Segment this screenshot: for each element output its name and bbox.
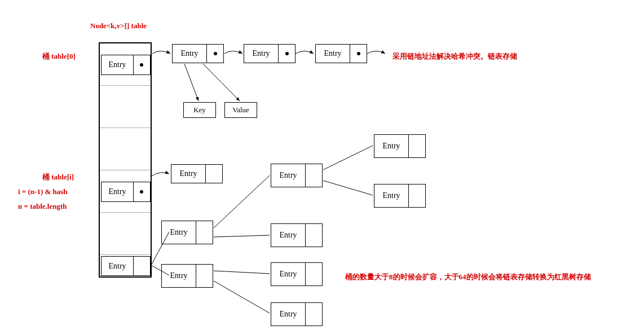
entry-label: Entry: [162, 221, 196, 244]
svg-line-5: [214, 235, 270, 237]
entry-pointer: [305, 263, 323, 285]
entry-pointer: [305, 303, 323, 326]
chain-annotation: 采用链地址法解决哈希冲突。链表存储: [392, 51, 517, 61]
table-slot-0: Entry: [100, 43, 151, 86]
entry-box: Entry: [271, 262, 323, 286]
table-slot-empty: [100, 213, 151, 255]
entry-box: Entry: [315, 44, 367, 63]
entry-box: Entry: [172, 44, 224, 63]
dot-icon: [140, 63, 143, 67]
tree-annotation: 桶的数量大于8的时候会扩容，大于64的时候会将链表存储转换为红黑树存储: [345, 272, 591, 282]
entry-box: Entry: [101, 55, 151, 75]
table-column: Entry Entry Entry: [99, 42, 152, 278]
entry-pointer: [196, 221, 213, 244]
title-label: Node<k,v>[] table: [90, 21, 147, 30]
entry-pointer: [205, 165, 223, 183]
table-slot-i: Entry: [100, 170, 151, 213]
entry-label: Entry: [374, 135, 408, 157]
svg-line-8: [323, 146, 373, 170]
entry-pointer: [305, 224, 323, 247]
entry-pointer: [133, 182, 149, 201]
entry-label: Entry: [102, 55, 133, 74]
entry-pointer: [408, 135, 426, 157]
formula2-label: n = table.length: [18, 202, 67, 211]
formula1-label: i = (n-1) & hash: [18, 187, 68, 196]
bucketI-label: 桶 table[i]: [42, 172, 74, 182]
entry-pointer: [305, 164, 323, 187]
entry-pointer: [196, 265, 213, 287]
svg-line-7: [214, 281, 270, 313]
entry-label: Entry: [271, 164, 305, 187]
entry-pointer: [133, 257, 149, 275]
dot-icon: [214, 52, 217, 55]
entry-label: Entry: [171, 165, 205, 183]
svg-line-0: [184, 64, 199, 101]
entry-box: Entry: [271, 164, 323, 187]
table-slot-empty: [100, 86, 151, 128]
dot-icon: [285, 52, 289, 55]
entry-box: Entry: [171, 164, 223, 183]
dot-icon: [140, 190, 143, 194]
entry-label: Entry: [316, 45, 350, 63]
entry-box: Entry: [101, 182, 151, 202]
entry-label: Entry: [271, 263, 305, 285]
entry-box: Entry: [161, 264, 213, 288]
svg-line-9: [323, 181, 373, 195]
value-box: Value: [224, 102, 257, 118]
entry-pointer: [350, 45, 367, 63]
entry-pointer: [133, 55, 149, 74]
entry-pointer: [408, 184, 426, 207]
entry-box: Entry: [271, 223, 323, 247]
entry-box: Entry: [374, 134, 426, 158]
entry-label: Entry: [102, 257, 133, 275]
entry-box: Entry: [101, 256, 151, 276]
svg-line-6: [214, 271, 270, 274]
entry-box: Entry: [244, 44, 295, 63]
entry-pointer: [206, 45, 224, 63]
entry-label: Entry: [162, 265, 196, 287]
entry-box: Entry: [161, 221, 213, 244]
entry-label: Entry: [173, 45, 206, 63]
entry-label: Entry: [271, 303, 305, 326]
entry-box: Entry: [271, 302, 323, 326]
entry-label: Entry: [102, 182, 133, 201]
table-slot-empty: [100, 128, 151, 170]
entry-label: Entry: [271, 224, 305, 247]
entry-label: Entry: [374, 184, 408, 207]
table-slot-last: Entry: [100, 255, 151, 276]
entry-label: Entry: [244, 45, 278, 63]
bucket0-label: 桶 table[0]: [42, 51, 76, 61]
dot-icon: [357, 52, 360, 55]
svg-line-1: [203, 64, 240, 101]
key-box: Key: [183, 102, 216, 118]
entry-box: Entry: [374, 184, 426, 208]
entry-pointer: [278, 45, 295, 63]
